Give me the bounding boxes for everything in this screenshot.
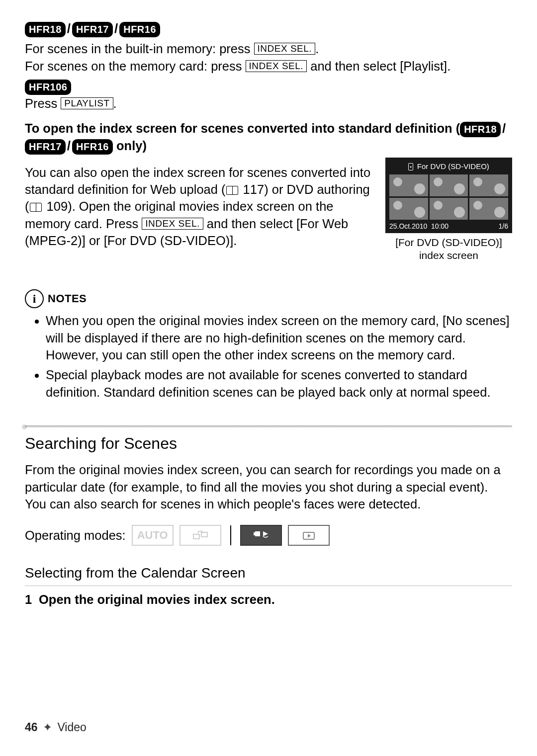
model-badge-single-line: HFR106 [25,78,512,95]
svg-rect-3 [254,532,255,535]
info-icon: i [25,289,44,308]
badge-hfr16: HFR16 [72,139,113,155]
thumbnail-grid [389,174,508,220]
camcorder-screen: ▪ For DVD (SD-VIDEO) 25.Oct.2010 10:00 1… [385,158,512,233]
footer-separator-icon: ✦ [43,721,52,734]
svg-rect-0 [193,534,199,539]
badge-hfr17: HFR17 [25,139,66,155]
mode-separator [230,525,231,545]
page-number: 46 [25,721,38,734]
manual-ref-icon [30,203,42,212]
notes-heading: i NOTES [25,289,512,308]
operating-modes-label: Operating modes: [25,527,126,544]
notes-label: NOTES [48,291,87,306]
sd-card-icon: ▪ [408,163,413,171]
screen-date: 25.Oct.2010 10:00 [389,222,448,231]
button-index-sel: INDEX SEL. [142,218,203,230]
thumbnail [430,198,468,220]
mode-photo-playback [288,525,330,546]
movie-playback-icon [252,528,270,543]
step-1: 1Open the original movies index screen. [25,591,512,608]
button-index-sel: INDEX SEL. [254,43,316,55]
model-badges-line: HFR18/HFR17/HFR16 [25,20,512,37]
instruction-memory-card: For scenes on the memory card: press IND… [25,58,512,75]
svg-rect-2 [255,531,260,536]
svg-marker-6 [308,534,311,538]
button-playlist: PLAYLIST [61,97,113,109]
thumbnail [469,174,508,196]
badge-hfr17: HFR17 [72,22,113,37]
badge-hfr106: HFR106 [25,80,71,95]
instruction-press-playlist: Press PLAYLIST. [25,95,512,112]
thumbnail [389,174,428,196]
thumbnail [389,198,428,220]
notes-list: When you open the original movies index … [25,312,512,401]
section-divider [25,425,512,428]
badge-hfr16: HFR16 [119,22,160,37]
figure-dvd-index-screen: ▪ For DVD (SD-VIDEO) 25.Oct.2010 10:00 1… [385,158,512,262]
screen-title: For DVD (SD-VIDEO) [417,162,489,170]
photo-playback-icon [300,529,318,541]
manual-ref-icon [226,186,238,195]
subheading-calendar: Selecting from the Calendar Screen [25,564,512,583]
svg-marker-4 [263,531,268,536]
heading-open-index-sd: To open the index screen for scenes conv… [25,120,512,155]
mode-movie-playback [240,525,282,546]
mode-dual-shot [179,525,221,546]
step-text: Open the original movies index screen. [39,592,275,606]
instruction-builtin-memory: For scenes in the built-in memory: press… [25,40,512,57]
note-item: Special playback modes are not available… [46,366,512,401]
thumbnail [430,174,468,196]
dual-shot-icon [191,529,209,541]
page-footer: 46 ✦ Video [25,720,87,735]
figure-caption: [For DVD (SD-VIDEO)] index screen [385,236,512,262]
note-item: When you open the original movies index … [46,312,512,363]
section-title: Searching for Scenes [25,433,512,454]
operating-modes-row: Operating modes: AUTO [25,525,512,546]
step-number: 1 [25,591,39,608]
section-intro-paragraph: From the original movies index screen, y… [25,461,512,512]
page-section-label: Video [57,721,86,734]
button-index-sel: INDEX SEL. [246,60,307,72]
badge-hfr18: HFR18 [460,122,501,137]
rule-thin [25,586,512,586]
badge-hfr18: HFR18 [25,22,66,37]
thumbnail [469,198,508,220]
screen-counter: 1/6 [499,222,508,231]
mode-auto: AUTO [132,525,174,546]
